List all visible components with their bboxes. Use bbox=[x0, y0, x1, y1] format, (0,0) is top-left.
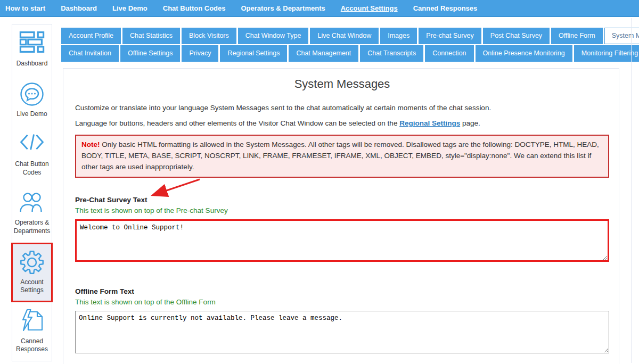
top-navigation: How to start Dashboard Live Demo Chat Bu… bbox=[0, 0, 639, 17]
intro-paragraph-2: Language for buttons, headers and other … bbox=[75, 119, 609, 127]
sidebar-item-chat-button-codes[interactable]: Chat Button Codes bbox=[12, 125, 52, 184]
page-title: System Messages bbox=[75, 77, 609, 91]
sidebar-item-label: Operators & Departments bbox=[13, 219, 51, 235]
intro-paragraph-1: Customize or translate into your languag… bbox=[75, 104, 609, 112]
code-icon bbox=[19, 131, 45, 157]
note-box: Note! Only basic HTML formatting is allo… bbox=[75, 135, 609, 178]
note-text: Only basic HTML formatting is allowed in… bbox=[81, 140, 599, 171]
offline-form-text-help: This text is shown on top of the Offline… bbox=[75, 298, 609, 306]
settings-tabs-row-2: Chat Invitation Offline Settings Privacy… bbox=[61, 45, 639, 62]
tab-chat-management[interactable]: Chat Management bbox=[289, 45, 358, 62]
nav-operators-departments[interactable]: Operators & Departments bbox=[241, 4, 325, 12]
offline-form-text-label: Offline Form Text bbox=[75, 287, 609, 295]
intro-2-text-before: Language for buttons, headers and other … bbox=[75, 119, 399, 127]
tab-images[interactable]: Images bbox=[380, 28, 417, 44]
tab-chat-window-type[interactable]: Chat Window Type bbox=[238, 28, 309, 44]
chat-bubble-icon bbox=[19, 81, 45, 107]
tab-offline-form[interactable]: Offline Form bbox=[551, 28, 603, 44]
system-messages-panel: System Messages Customize or translate i… bbox=[63, 68, 619, 364]
tab-regional-settings[interactable]: Regional Settings bbox=[220, 45, 287, 62]
sidebar-item-label: Chat Button Codes bbox=[13, 160, 51, 177]
note-label: Note! bbox=[81, 140, 100, 148]
tab-pre-chat-survey[interactable]: Pre-chat Survey bbox=[419, 28, 481, 44]
red-annotation-arrow bbox=[148, 177, 202, 200]
sidebar-item-canned-responses[interactable]: Canned Responses bbox=[12, 302, 52, 361]
tab-connection[interactable]: Connection bbox=[425, 45, 473, 62]
tab-account-profile[interactable]: Account Profile bbox=[61, 28, 121, 44]
nav-dashboard[interactable]: Dashboard bbox=[61, 4, 97, 12]
offline-form-text-field: Offline Form Text This text is shown on … bbox=[75, 287, 609, 353]
sidebar-item-operators-departments[interactable]: Operators & Departments bbox=[12, 184, 52, 242]
offline-form-textarea[interactable]: Online Support is currently not availabl… bbox=[75, 311, 609, 353]
nav-canned-responses[interactable]: Canned Responses bbox=[413, 4, 478, 12]
sidebar-item-dashboard[interactable]: Dashboard bbox=[12, 24, 52, 75]
sidebar-item-label: Account Settings bbox=[13, 278, 51, 295]
sidebar-item-label: Canned Responses bbox=[13, 337, 51, 354]
gear-icon bbox=[19, 250, 45, 275]
nav-account-settings[interactable]: Account Settings bbox=[341, 4, 398, 12]
dashboard-icon bbox=[19, 31, 45, 56]
tab-system-messages[interactable]: System Messages bbox=[604, 28, 639, 44]
tab-privacy[interactable]: Privacy bbox=[182, 45, 218, 62]
tab-block-visitors[interactable]: Block Visitors bbox=[182, 28, 236, 44]
nav-live-demo[interactable]: Live Demo bbox=[112, 4, 148, 12]
tab-offline-settings[interactable]: Offline Settings bbox=[120, 45, 181, 62]
pre-chat-survey-textarea[interactable]: Welcome to Online Support! bbox=[75, 219, 609, 262]
sidebar-item-label: Dashboard bbox=[17, 60, 48, 68]
page-right-border bbox=[631, 18, 632, 363]
pre-chat-survey-text-help: This text is shown on top of the Pre-cha… bbox=[75, 206, 609, 214]
tab-chat-invitation[interactable]: Chat Invitation bbox=[61, 45, 119, 62]
tab-chat-statistics[interactable]: Chat Statistics bbox=[122, 28, 180, 44]
sidebar-item-account-settings[interactable]: Account Settings bbox=[11, 243, 53, 302]
tab-chat-transcripts[interactable]: Chat Transcripts bbox=[360, 45, 423, 62]
settings-tabs-row-1: Account Profile Chat Statistics Block Vi… bbox=[61, 28, 639, 44]
page-body: Dashboard Live Demo bbox=[0, 17, 639, 363]
tab-live-chat-window[interactable]: Live Chat Window bbox=[310, 28, 379, 44]
regional-settings-link[interactable]: Regional Settings bbox=[399, 119, 460, 127]
pre-chat-survey-text-field: Pre-Chat Survey Text This text is shown … bbox=[75, 196, 609, 262]
tab-online-presence-monitoring[interactable]: Online Presence Monitoring bbox=[476, 45, 572, 62]
lightning-document-icon bbox=[20, 309, 44, 334]
tab-monitoring-filtering[interactable]: Monitoring Filtering bbox=[574, 45, 639, 62]
sidebar-item-live-demo[interactable]: Live Demo bbox=[12, 75, 52, 126]
tab-post-chat-survey[interactable]: Post Chat Survey bbox=[483, 28, 550, 44]
nav-chat-button-codes[interactable]: Chat Button Codes bbox=[163, 4, 226, 12]
main-area: Account Profile Chat Statistics Block Vi… bbox=[61, 17, 639, 364]
sidebar: Dashboard Live Demo bbox=[12, 24, 52, 361]
sidebar-item-label: Live Demo bbox=[17, 110, 47, 119]
nav-how-to-start[interactable]: How to start bbox=[5, 4, 45, 12]
people-icon bbox=[19, 190, 45, 216]
intro-2-text-after: page. bbox=[460, 119, 480, 127]
